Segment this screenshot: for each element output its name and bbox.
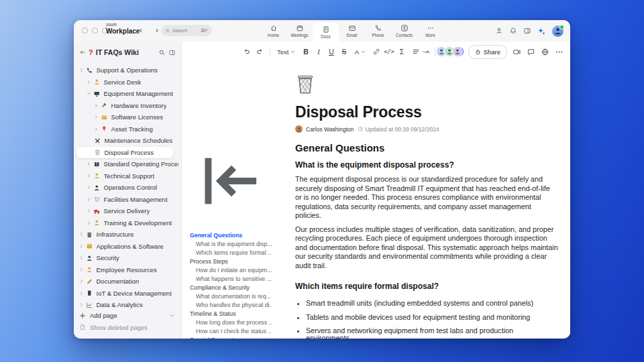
- chevron-right-icon[interactable]: [87, 208, 91, 213]
- sidebar-item-hardware-inventory[interactable]: Hardware Inventory: [76, 100, 178, 112]
- redo-button[interactable]: [254, 46, 265, 58]
- add-page-button[interactable]: Add page: [76, 310, 178, 322]
- chevron-right-icon[interactable]: [94, 115, 99, 119]
- sidebar-search-icon[interactable]: [158, 49, 166, 56]
- paragraph-our-process-includes-multiple-[interactable]: Our process includes multiple stages of …: [295, 225, 558, 271]
- underline-button[interactable]: U: [325, 46, 337, 58]
- chevron-right-icon[interactable]: [94, 103, 99, 108]
- sidebar-item-documentation[interactable]: Documentation: [76, 276, 178, 288]
- chevron-right-icon[interactable]: [79, 279, 84, 284]
- chevron-right-icon[interactable]: [79, 267, 84, 272]
- sidebar-item-security[interactable]: Security: [76, 252, 178, 264]
- chevron-right-icon[interactable]: [87, 197, 91, 202]
- outline-item-what-is-the-equipment-disp[interactable]: What is the equipment disp...: [190, 240, 272, 249]
- sidebar-item-software-licenses[interactable]: Software Licenses: [76, 111, 178, 123]
- outline-item-how-can-i-check-the-status[interactable]: How can I check the status ...: [190, 327, 272, 336]
- sidebar-item-maintenance-schedules[interactable]: Maintenance Schedules: [76, 135, 178, 147]
- sidebar-item-service-delivery[interactable]: Service Delivery: [76, 205, 178, 217]
- outline-item-what-happens-to-sensitive[interactable]: What happens to sensitive ...: [190, 275, 272, 284]
- show-deleted-pages-button[interactable]: Show deleted pages: [76, 322, 178, 334]
- strikethrough-button[interactable]: S: [338, 46, 350, 58]
- heading-general-questions[interactable]: General Questions: [295, 142, 558, 154]
- ai-companion-sparkle-icon[interactable]: [537, 27, 546, 36]
- user-avatar[interactable]: [552, 25, 564, 37]
- sidebar-item-iot-device-management[interactable]: IoT & Device Management: [76, 288, 178, 300]
- chevron-right-icon[interactable]: [79, 232, 84, 237]
- sidebar-item-equipment-management[interactable]: Equipment Management: [76, 88, 178, 100]
- sidebar-item-applications-software[interactable]: Applications & Software: [76, 241, 178, 253]
- tab-docs[interactable]: Docs: [313, 23, 339, 42]
- collapse-toolbar-icon[interactable]: [425, 49, 431, 55]
- chevron-right-icon[interactable]: [79, 302, 84, 307]
- notifications-bell-icon[interactable]: [509, 27, 517, 35]
- share-button[interactable]: Share: [468, 45, 507, 59]
- tab-meetings[interactable]: Meetings: [286, 20, 313, 42]
- nav-back-icon[interactable]: ‹: [137, 25, 145, 36]
- paragraph-the-equipment-disposal-process[interactable]: The equipment disposal process is our st…: [295, 175, 558, 221]
- bullet-item[interactable]: Smart treadmill units (including embedde…: [306, 300, 558, 307]
- tab-email[interactable]: Email: [339, 20, 365, 42]
- text-style-dropdown[interactable]: Text: [274, 46, 299, 58]
- outline-section-compliance-security[interactable]: Compliance & Security: [190, 284, 272, 292]
- sidebar-item-data-analytics[interactable]: Data & Analytics: [76, 299, 178, 310]
- globe-icon[interactable]: [541, 48, 549, 56]
- outline-item-what-documentation-is-req[interactable]: What documentation is req...: [190, 292, 272, 301]
- chevron-right-icon[interactable]: [79, 291, 84, 296]
- chevron-right-icon[interactable]: [79, 244, 84, 249]
- sidebar-item-infrastructure[interactable]: Infrastructure: [76, 229, 178, 241]
- outline-section-timeline-status[interactable]: Timeline & Status: [190, 310, 272, 318]
- heading-which-items-require-formal-dis[interactable]: Which items require formal disposal?: [295, 282, 558, 292]
- sidebar-item-training-development[interactable]: Training & Development: [76, 217, 178, 229]
- chevron-right-icon[interactable]: [94, 127, 99, 131]
- more-options-icon[interactable]: [555, 48, 564, 56]
- tab-phone[interactable]: Phone: [365, 20, 391, 42]
- sidebar-item-asset-tracking[interactable]: Asset Tracking: [76, 123, 178, 135]
- video-meeting-icon[interactable]: [513, 48, 521, 56]
- bullet-item[interactable]: Servers and networking equipment from te…: [306, 327, 558, 339]
- sidebar-item-technical-support[interactable]: Technical Support: [76, 170, 178, 182]
- sidebar-item-facilities-management[interactable]: Facilities Management: [76, 194, 178, 206]
- collaborator-avatar-3[interactable]: [452, 46, 463, 57]
- bold-button[interactable]: B: [300, 46, 311, 58]
- outline-section-special-circumstances[interactable]: Special Circumstances: [190, 336, 272, 339]
- sidebar-item-standard-operating-procedures[interactable]: Standard Operating Procedures: [76, 158, 178, 170]
- collapse-outline-icon[interactable]: [190, 131, 272, 231]
- tab-more[interactable]: More: [417, 20, 443, 42]
- chat-icon[interactable]: [527, 48, 535, 56]
- close-window-button[interactable]: [82, 27, 88, 34]
- sidebar-toggle-icon[interactable]: [168, 49, 176, 56]
- link-button[interactable]: [370, 46, 382, 58]
- minimize-window-button[interactable]: [92, 27, 98, 34]
- chevron-right-icon[interactable]: [87, 80, 91, 84]
- formula-button[interactable]: Σ: [396, 46, 407, 58]
- sidebar-item-disposal-process[interactable]: Disposal Process: [76, 147, 173, 159]
- chevron-down-icon[interactable]: [87, 91, 91, 96]
- profile-icon[interactable]: [495, 27, 503, 35]
- chevron-down-icon[interactable]: [169, 313, 174, 318]
- side-panel-icon[interactable]: [523, 27, 531, 35]
- wastebasket-emoji-icon[interactable]: [295, 72, 315, 95]
- undo-button[interactable]: [241, 46, 252, 58]
- code-button[interactable]: </>: [383, 46, 394, 58]
- heading-what-is-the-equipment-disposal[interactable]: What is the equipment disposal process?: [295, 160, 558, 170]
- sidebar-item-service-desk[interactable]: Service Desk: [76, 76, 178, 88]
- sidebar-item-operations-control[interactable]: Operations Control: [76, 182, 178, 194]
- sidebar-item-support-operations[interactable]: Support & Operations: [76, 64, 178, 76]
- page-title[interactable]: Disposal Process: [295, 103, 558, 121]
- chevron-right-icon[interactable]: [79, 255, 84, 260]
- tab-contacts[interactable]: Contacts: [391, 20, 417, 42]
- chevron-right-icon[interactable]: [87, 174, 91, 178]
- chevron-right-icon[interactable]: [87, 185, 91, 190]
- tab-home[interactable]: Home: [260, 20, 286, 42]
- chevron-right-icon[interactable]: [87, 221, 91, 225]
- outline-section-general-questions[interactable]: General Questions: [190, 231, 272, 240]
- italic-button[interactable]: I: [313, 46, 324, 58]
- outline-item-which-items-require-formal[interactable]: Which items require formal ...: [190, 249, 272, 257]
- outline-item-who-handles-the-physical-di[interactable]: Who handles the physical di...: [190, 301, 272, 310]
- sidebar-item-employee-resources[interactable]: Employee Resources: [76, 264, 178, 276]
- global-search-input[interactable]: Search ⌘F: [161, 25, 212, 36]
- document-scroll-area[interactable]: General QuestionsWhat is the equipment d…: [182, 62, 570, 339]
- back-icon[interactable]: [79, 49, 86, 56]
- outline-item-how-long-does-the-process[interactable]: How long does the process ...: [190, 318, 272, 327]
- chevron-right-icon[interactable]: [79, 68, 84, 72]
